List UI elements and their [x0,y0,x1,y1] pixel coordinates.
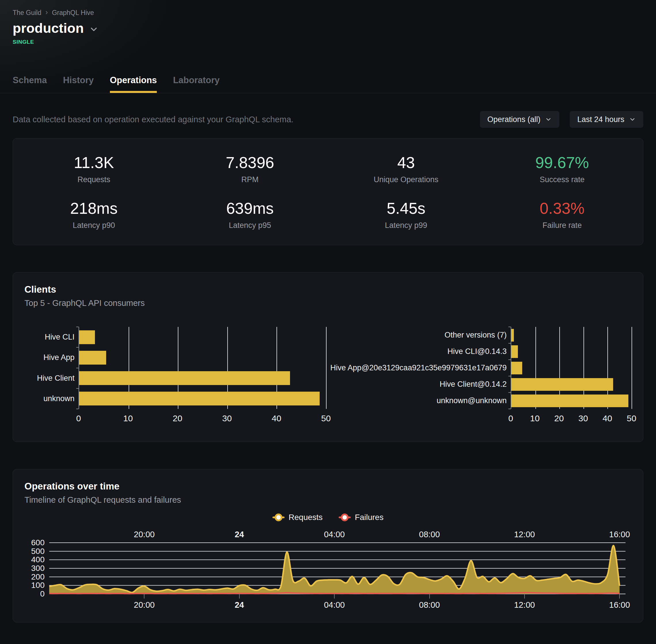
stat-value: 99.67% [484,153,640,172]
bar-row [79,389,326,409]
chevron-down-icon [629,116,636,123]
stat-label: Latency p99 [328,221,484,230]
page-title: production [13,20,84,36]
tab-operations[interactable]: Operations [110,75,157,93]
y-axis-tick-label: 600 [31,538,45,547]
stat-value: 0.33% [484,199,640,217]
legend-item-failures[interactable]: Failures [338,513,383,522]
bar-row [511,327,632,343]
gridline [326,327,327,409]
bar-row [79,327,326,347]
legend-item-requests[interactable]: Requests [273,513,323,522]
operations-filter-label: Operations (all) [487,115,541,124]
stat-label: RPM [172,175,328,184]
legend-label: Failures [355,513,383,522]
x-axis-tick-label: 0 [509,414,513,423]
bar[interactable] [79,351,106,365]
y-axis-tick-label: 300 [31,564,45,573]
x-axis-tick-label: 50 [321,414,331,423]
x-axis-tick [429,594,430,599]
stat-label: Unique Operations [328,175,484,184]
bar-row [79,347,326,368]
timeline-plot-area[interactable]: 0100200300400500600 [49,543,626,594]
tab-laboratory[interactable]: Laboratory [173,75,219,93]
data-description: Data collected based on operation execut… [13,115,294,124]
time-range-label: Last 24 hours [577,115,624,124]
x-axis-tick [334,594,335,599]
bar[interactable] [511,394,628,407]
y-axis-tick-label: 0 [40,589,45,599]
timeline-svg [49,543,626,594]
x-axis-tick-label: 04:00 [324,600,345,610]
x-axis-tick [619,594,620,599]
stat-label: Success rate [484,175,640,184]
x-axis-tick-label: 04:00 [324,530,345,539]
x-axis-tick-label: 08:00 [419,600,440,610]
stat-latency-p99: 5.45s Latency p99 [328,199,484,230]
bar-row [511,343,632,360]
x-axis-tick-label: 24 [235,530,244,539]
stat-label: Failure rate [484,221,640,230]
y-axis-tick-label: 500 [31,547,45,556]
x-axis-tick-label: 40 [272,414,281,423]
x-axis-tick-label: 16:00 [609,530,630,539]
requests-area [49,546,619,594]
breadcrumb-separator-icon: › [45,8,48,17]
x-axis-tick-label: 30 [578,414,588,423]
legend-label: Requests [288,513,323,522]
bar[interactable] [79,392,320,406]
chart-legend: Requests Failures [24,513,632,522]
breadcrumb-project[interactable]: GraphQL Hive [52,9,94,17]
bar-category-label: unknown [24,389,78,409]
breadcrumb-org[interactable]: The Guild [13,9,42,17]
stat-value: 5.45s [328,199,484,217]
bar-row [511,392,632,409]
breadcrumb: The Guild › GraphQL Hive [13,9,643,17]
bar[interactable] [79,371,290,385]
x-axis-tick-label: 0 [76,414,81,423]
bar[interactable] [511,345,518,358]
x-axis-tick-label: 40 [603,414,612,423]
time-range-dropdown[interactable]: Last 24 hours [570,111,643,128]
bar[interactable] [511,362,522,374]
bar-category-label: Other versions (7) [346,327,511,343]
tab-schema[interactable]: Schema [13,75,47,93]
clients-by-version-chart[interactable]: Other versions (7)Hive CLI@0.14.3Hive Ap… [346,327,632,423]
operations-timeline-chart[interactable]: 20:002404:0008:0012:0016:00 010020030040… [49,529,626,608]
stat-latency-p95: 639ms Latency p95 [172,199,328,230]
x-axis-tick-label: 20 [173,414,182,423]
operations-filter-dropdown[interactable]: Operations (all) [480,111,560,128]
x-axis-tick-label: 20:00 [134,530,155,539]
bar[interactable] [79,330,95,344]
chevron-down-icon[interactable] [89,24,99,34]
x-axis-tick-label: 30 [222,414,232,423]
toolbar: Data collected based on operation execut… [13,111,643,128]
stat-requests: 11.3K Requests [16,153,172,184]
tab-history[interactable]: History [63,75,94,93]
bar[interactable] [511,329,514,342]
stat-value: 11.3K [16,153,172,172]
bar-row [511,376,632,392]
bar-category-label: Hive App@20e3129caa921c35e9979631e17a067… [346,360,511,376]
bar-category-label: Hive CLI@0.14.3 [346,343,511,360]
x-axis-tick [144,594,144,599]
operations-over-time-panel: Operations over time Timeline of GraphQL… [13,469,643,622]
stats-panel: 11.3K Requests 7.8396 RPM 43 Unique Oper… [13,138,643,245]
y-axis-tick-label: 200 [31,572,45,581]
tab-bar: Schema History Operations Laboratory [0,75,656,93]
bar-category-label: Hive CLI [24,327,78,347]
clients-by-name-chart[interactable]: Hive CLIHive AppHive Clientunknown010203… [24,327,326,423]
stat-label: Latency p90 [16,221,172,230]
stat-rpm: 7.8396 RPM [172,153,328,184]
x-axis-tick-label: 10 [530,414,539,423]
bar-category-label: Hive Client@0.14.2 [346,376,511,392]
timeline-x-axis-top: 20:002404:0008:0012:0016:00 [49,529,626,543]
x-axis-tick-label: 20:00 [134,600,155,610]
bar[interactable] [511,378,613,391]
x-axis-tick-label: 08:00 [419,530,440,539]
clients-title: Clients [24,284,632,295]
stat-success-rate: 99.67% Success rate [484,153,640,184]
x-axis-tick-label: 12:00 [514,600,535,610]
x-axis-tick [524,594,525,599]
failures-legend-marker-icon [338,516,351,518]
